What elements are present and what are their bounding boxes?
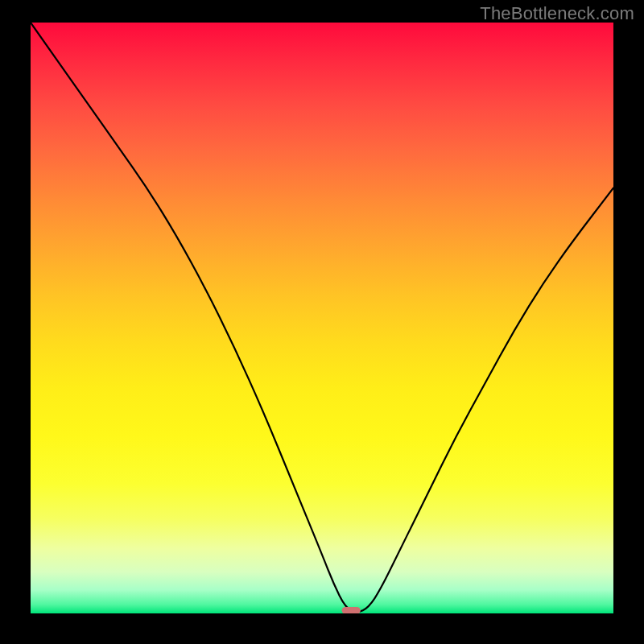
chart-svg (31, 23, 613, 613)
optimal-point-marker (342, 607, 361, 613)
plot-area (31, 23, 613, 613)
bottleneck-curve (31, 23, 613, 612)
chart-frame: TheBottleneck.com (0, 0, 644, 644)
watermark-text: TheBottleneck.com (480, 3, 634, 24)
